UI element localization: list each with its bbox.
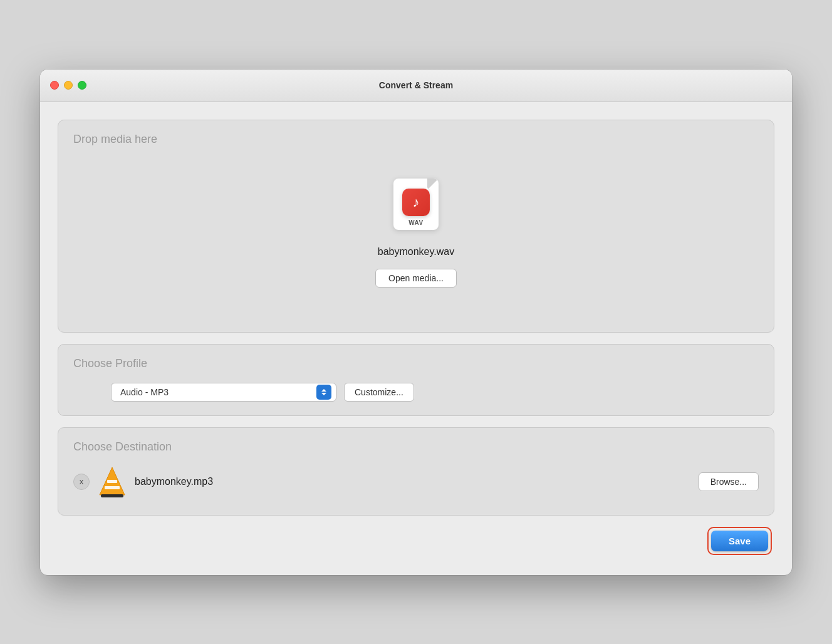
- choose-profile-section: Choose Profile Audio - MP3 Audio - AAC A…: [58, 344, 774, 416]
- customize-button[interactable]: Customize...: [344, 383, 414, 402]
- main-window: Convert & Stream Drop media here ♪ WAV b…: [40, 70, 792, 575]
- svg-rect-1: [105, 486, 120, 489]
- svg-rect-3: [101, 494, 123, 497]
- drop-media-label: Drop media here: [73, 133, 157, 146]
- destination-row: x babymonkey.mp3 Browse...: [73, 466, 759, 497]
- drop-media-content: ♪ WAV babymonkey.wav Open media...: [375, 158, 457, 314]
- vlc-icon: [98, 466, 126, 497]
- profile-select[interactable]: Audio - MP3 Audio - AAC Audio - FLAC Aud…: [111, 383, 336, 402]
- choose-profile-label: Choose Profile: [73, 357, 759, 370]
- browse-button[interactable]: Browse...: [699, 472, 759, 491]
- music-icon: ♪: [402, 189, 430, 216]
- maximize-button[interactable]: [78, 81, 86, 90]
- media-filename: babymonkey.wav: [378, 246, 454, 257]
- svg-rect-2: [107, 480, 117, 483]
- destination-filename: babymonkey.mp3: [135, 476, 690, 487]
- traffic-lights: [50, 81, 86, 90]
- profile-select-wrapper: Audio - MP3 Audio - AAC Audio - FLAC Aud…: [111, 383, 336, 402]
- save-button[interactable]: Save: [711, 531, 768, 551]
- choose-destination-section: Choose Destination x babymonkey.mp3 Brow…: [58, 427, 774, 516]
- drop-media-section[interactable]: Drop media here ♪ WAV babymonkey.wav Ope…: [58, 120, 774, 333]
- choose-destination-label: Choose Destination: [73, 440, 759, 454]
- titlebar: Convert & Stream: [40, 70, 792, 102]
- close-button[interactable]: [50, 81, 59, 90]
- save-button-wrapper: Save: [707, 527, 772, 555]
- file-icon: ♪ WAV: [393, 179, 439, 230]
- window-content: Drop media here ♪ WAV babymonkey.wav Ope…: [40, 102, 792, 575]
- remove-destination-button[interactable]: x: [73, 474, 90, 490]
- profile-row: Audio - MP3 Audio - AAC Audio - FLAC Aud…: [73, 383, 759, 402]
- file-icon-wrapper: ♪ WAV: [391, 179, 441, 235]
- file-type-label: WAV: [408, 219, 424, 226]
- open-media-button[interactable]: Open media...: [375, 269, 457, 288]
- footer: Save: [58, 527, 774, 560]
- music-note-glyph: ♪: [413, 195, 420, 209]
- window-title: Convert & Stream: [379, 80, 453, 90]
- minimize-button[interactable]: [64, 81, 73, 90]
- file-icon-fold: [427, 179, 439, 190]
